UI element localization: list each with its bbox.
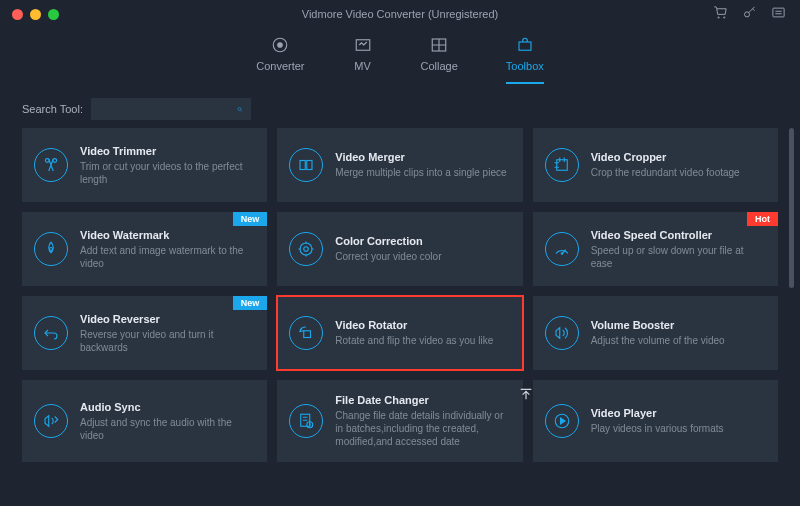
- tool-title: Video Watermark: [80, 229, 255, 241]
- new-badge: New: [233, 296, 268, 310]
- tool-desc: Add text and image watermark to the vide…: [80, 244, 255, 270]
- tool-card-video-watermark[interactable]: NewVideo WatermarkAdd text and image wat…: [22, 212, 267, 286]
- tab-collage[interactable]: Collage: [421, 36, 458, 84]
- scrollbar[interactable]: [789, 128, 794, 288]
- tool-title: Video Rotator: [335, 319, 510, 331]
- tool-title: Video Player: [591, 407, 766, 419]
- tool-card-video-rotator[interactable]: Video RotatorRotate and flip the video a…: [277, 296, 522, 370]
- svg-rect-13: [307, 161, 312, 170]
- tool-icon: [34, 404, 68, 438]
- tool-icon: [34, 148, 68, 182]
- search-label: Search Tool:: [22, 103, 83, 115]
- key-icon[interactable]: [742, 5, 757, 24]
- search-icon: [237, 103, 243, 116]
- tool-card-video-speed-controller[interactable]: HotVideo Speed ControllerSpeed up or slo…: [533, 212, 778, 286]
- svg-point-5: [278, 43, 283, 48]
- main-tabs: Converter MV Collage Toolbox: [0, 28, 800, 84]
- window-controls[interactable]: [0, 9, 59, 20]
- tool-desc: Correct your video color: [335, 250, 510, 263]
- tool-desc: Play videos in various formats: [591, 422, 766, 435]
- svg-point-9: [238, 107, 241, 110]
- svg-rect-8: [519, 42, 531, 50]
- svg-point-0: [718, 16, 719, 17]
- maximize-window[interactable]: [48, 9, 59, 20]
- svg-point-1: [724, 16, 725, 17]
- tool-card-video-merger[interactable]: Video MergerMerge multiple clips into a …: [277, 128, 522, 202]
- tool-icon: [289, 316, 323, 350]
- search-input[interactable]: [99, 103, 237, 115]
- tool-card-video-cropper[interactable]: Video CropperCrop the redundant video fo…: [533, 128, 778, 202]
- tool-title: Video Trimmer: [80, 145, 255, 157]
- tool-icon: [34, 316, 68, 350]
- tool-title: Video Cropper: [591, 151, 766, 163]
- svg-rect-14: [556, 160, 567, 171]
- tool-grid: Video TrimmerTrim or cut your videos to …: [22, 128, 778, 462]
- tab-mv[interactable]: MV: [353, 36, 373, 84]
- svg-point-17: [304, 247, 309, 252]
- tool-card-file-date-changer[interactable]: File Date ChangerChange file date detail…: [277, 380, 522, 462]
- tool-title: Video Merger: [335, 151, 510, 163]
- svg-point-10: [45, 159, 49, 163]
- tool-title: Audio Sync: [80, 401, 255, 413]
- tool-card-video-trimmer[interactable]: Video TrimmerTrim or cut your videos to …: [22, 128, 267, 202]
- new-badge: New: [233, 212, 268, 226]
- svg-rect-12: [300, 161, 305, 170]
- tool-title: Color Correction: [335, 235, 510, 247]
- hot-badge: Hot: [747, 212, 778, 226]
- tool-icon: [289, 404, 323, 438]
- tool-icon: [545, 404, 579, 438]
- tool-desc: Rotate and flip the video as you like: [335, 334, 510, 347]
- menu-icon[interactable]: [771, 5, 786, 24]
- tool-icon: [34, 232, 68, 266]
- tool-card-color-correction[interactable]: Color CorrectionCorrect your video color: [277, 212, 522, 286]
- tool-icon: [289, 148, 323, 182]
- tool-desc: Adjust and sync the audio with the video: [80, 416, 255, 442]
- tool-card-video-player[interactable]: Video PlayerPlay videos in various forma…: [533, 380, 778, 462]
- tool-card-volume-booster[interactable]: Volume BoosterAdjust the volume of the v…: [533, 296, 778, 370]
- tool-title: File Date Changer: [335, 394, 510, 406]
- tool-card-video-reverser[interactable]: NewVideo ReverserReverse your video and …: [22, 296, 267, 370]
- tool-icon: [545, 232, 579, 266]
- svg-point-15: [50, 248, 53, 251]
- tool-card-audio-sync[interactable]: Audio SyncAdjust and sync the audio with…: [22, 380, 267, 462]
- tool-desc: Reverse your video and turn it backwards: [80, 328, 255, 354]
- tool-desc: Trim or cut your videos to the perfect l…: [80, 160, 255, 186]
- tool-title: Video Speed Controller: [591, 229, 766, 241]
- svg-point-18: [561, 253, 563, 255]
- minimize-window[interactable]: [30, 9, 41, 20]
- tool-desc: Merge multiple clips into a single piece: [335, 166, 510, 179]
- scroll-to-top-button[interactable]: [518, 386, 534, 406]
- svg-point-2: [745, 11, 750, 16]
- search-box[interactable]: [91, 98, 251, 120]
- tool-desc: Crop the redundant video footage: [591, 166, 766, 179]
- close-window[interactable]: [12, 9, 23, 20]
- tool-title: Video Reverser: [80, 313, 255, 325]
- window-title: Vidmore Video Converter (Unregistered): [302, 8, 498, 20]
- tool-icon: [545, 148, 579, 182]
- tool-desc: Change file date details individually or…: [335, 409, 510, 448]
- tool-desc: Speed up or slow down your file at ease: [591, 244, 766, 270]
- svg-rect-3: [773, 8, 784, 17]
- svg-rect-19: [304, 331, 311, 338]
- tool-icon: [545, 316, 579, 350]
- tab-converter[interactable]: Converter: [256, 36, 304, 84]
- cart-icon[interactable]: [713, 5, 728, 24]
- svg-point-11: [53, 159, 57, 163]
- tool-title: Volume Booster: [591, 319, 766, 331]
- tool-desc: Adjust the volume of the video: [591, 334, 766, 347]
- tool-icon: [289, 232, 323, 266]
- svg-point-16: [300, 243, 312, 255]
- tab-toolbox[interactable]: Toolbox: [506, 36, 544, 84]
